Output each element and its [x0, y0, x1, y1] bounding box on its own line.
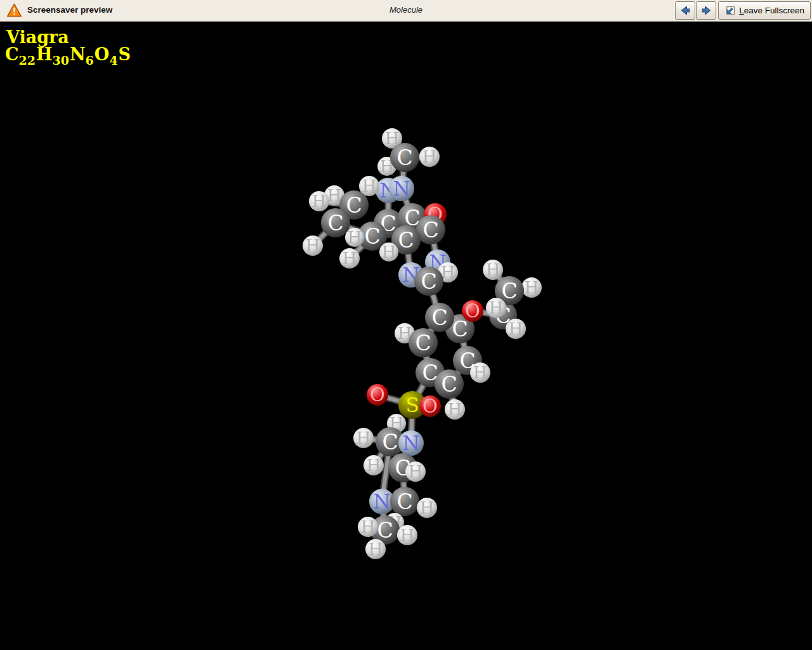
atom-label: H	[327, 186, 342, 205]
atom-label: H	[420, 498, 435, 517]
atom-label: C	[382, 430, 398, 454]
atom-label: C	[501, 279, 517, 303]
atom-label: S	[405, 394, 419, 416]
atom-label: N	[373, 490, 390, 513]
atom-label: H	[473, 363, 488, 382]
atom-label: C	[346, 193, 362, 218]
atom-label: C	[431, 305, 447, 330]
toolbar-buttons: Leave Fullscreen	[674, 1, 811, 20]
mode-label: Molecule	[390, 0, 422, 21]
atom-label: H	[448, 400, 462, 419]
atom-label: H	[348, 228, 362, 247]
atom-label: H	[486, 260, 501, 279]
atom-label: C	[396, 489, 412, 514]
atom-label: H	[489, 298, 504, 317]
atom-label: H	[525, 278, 539, 297]
atom-label: C	[327, 211, 343, 235]
atom-label: H	[400, 526, 415, 545]
atom-label: H	[382, 242, 396, 262]
atom-label: H	[422, 147, 437, 166]
atom-label: C	[421, 269, 436, 294]
atom-label: H	[362, 176, 377, 196]
atom-label: C	[422, 218, 438, 242]
atom-label: C	[398, 228, 414, 253]
atom-label: C	[415, 331, 431, 355]
prev-button[interactable]	[675, 1, 695, 20]
molecule-name: Viagra	[6, 29, 69, 46]
atom-label: H	[343, 249, 357, 268]
atom-label: H	[357, 428, 371, 448]
atom-label: H	[312, 192, 327, 211]
molecule-render: HHHNNCHHHCCHCCHHCOCCHNHNCHCHCHHCOCHCCHCC…	[0, 0, 812, 650]
atoms-layer: HHHNNCHHHCCHCCHHCOCCHNHNCHCHCHHCOCHCCHCC…	[303, 128, 542, 559]
atom-label: H	[367, 456, 381, 475]
arrow-right-icon	[700, 4, 712, 17]
atom-label: H	[509, 319, 523, 338]
atom-label: O	[422, 395, 438, 417]
atom-label: N	[393, 177, 410, 200]
leave-fullscreen-button[interactable]: Leave Fullscreen	[718, 1, 811, 20]
atom-label: C	[441, 372, 457, 397]
next-button[interactable]	[696, 1, 716, 20]
atom-label: H	[369, 540, 383, 559]
atom-label: H	[409, 462, 423, 481]
atom-label: O	[465, 300, 480, 322]
leave-fullscreen-icon	[724, 5, 735, 16]
titlebar: Screensaver preview Molecule Leave Fulls…	[0, 0, 812, 22]
window-title: Screensaver preview	[27, 0, 112, 21]
atom-label: C	[377, 518, 393, 543]
leave-fullscreen-label: Leave Fullscreen	[739, 6, 804, 15]
atom-label: C	[396, 145, 412, 170]
warning-icon	[6, 3, 22, 18]
atom-label: H	[361, 517, 376, 536]
atom-label: C	[364, 224, 380, 249]
atom-label: N	[402, 432, 419, 454]
molecule-formula: C22H30N6O4S	[5, 45, 131, 65]
arrow-left-icon	[679, 4, 691, 17]
atom-label: H	[306, 236, 320, 255]
atom-label: O	[370, 384, 385, 406]
